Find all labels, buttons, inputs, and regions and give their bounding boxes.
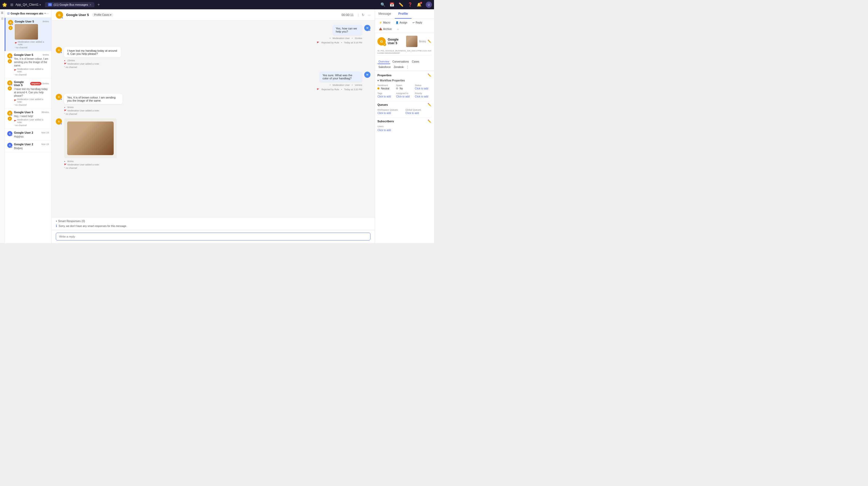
chat-user-name: Google User 5 — [66, 13, 89, 17]
subscribers-users-value[interactable]: Click to add — [377, 129, 431, 132]
queues-edit-icon[interactable]: ✏️ — [428, 103, 431, 107]
help-icon[interactable]: ❓ — [408, 2, 412, 7]
profile-nav-more-icon[interactable]: ⋮ — [406, 65, 409, 69]
online-indicator — [11, 146, 12, 148]
reply-input[interactable] — [56, 233, 370, 240]
profile-section: G V Google User 5 8mins ✏️ ID: PID_GOOGL… — [375, 33, 434, 58]
subscribers-edit-icon[interactable]: ✏️ — [428, 119, 431, 123]
tab-profile[interactable]: Profile — [395, 9, 411, 19]
status-dot: ● — [64, 59, 65, 62]
topbar-right: 🔍 📅 ✏️ ❓ 🔔 2 U — [380, 2, 432, 8]
sidenav-menu-icon[interactable]: ☰ — [1, 11, 3, 14]
tab-close-icon[interactable]: × — [90, 3, 91, 6]
spam-prop: Spam No — [396, 84, 412, 90]
conv-image — [15, 24, 38, 39]
chat-panel: G Google User 5 Profile Cases ▾ 00:00:11… — [52, 9, 375, 243]
thumb-image — [406, 36, 417, 47]
conv-time: Nov 19 — [41, 131, 49, 134]
macro-button[interactable]: ⚡ Macro — [377, 21, 392, 25]
list-item[interactable]: G V Google User 5 36mins Hey, I need hel… — [5, 109, 52, 129]
online-indicator — [11, 24, 13, 25]
profile-nav-zendesk[interactable]: Zendesk — [393, 65, 405, 69]
workspace-queue-value[interactable]: Click to add — [377, 112, 404, 115]
global-queue-value[interactable]: Click to add — [406, 112, 432, 115]
profile-nav-overview[interactable]: Overview — [377, 60, 390, 64]
assigned-value[interactable]: Click to add — [396, 95, 412, 98]
tab-message[interactable]: Message — [375, 9, 395, 19]
search-icon[interactable]: 🔍 — [380, 2, 385, 7]
chat-status-badge[interactable]: Profile Cases ▾ — [92, 13, 114, 17]
reply-button[interactable]: ↩ Reply — [411, 21, 424, 25]
right-content: Properties ✏️ ▾ Workflow Properties Sent… — [375, 71, 434, 243]
right-panel-tabs: Message Profile — [375, 9, 434, 19]
grid-icon[interactable]: ⊞ — [10, 3, 13, 7]
conv-note2: " no channel — [14, 104, 49, 106]
smart-responses-toggle[interactable]: ▾ Smart Responses (0) — [56, 220, 370, 223]
notification-bell[interactable]: 🔔 2 — [417, 2, 422, 7]
conv-time: 23mins — [41, 82, 49, 85]
workflow-title[interactable]: ▾ Workflow Properties — [377, 79, 431, 82]
more-actions-button[interactable]: ··· — [395, 27, 400, 31]
message-row: Yes sure. What was the color of your han… — [56, 72, 370, 91]
conv-preview: Yes, it is of brown colour. I am sending… — [14, 57, 49, 67]
app-name[interactable]: App_QA_Client1 ▾ — [16, 3, 41, 6]
tags-value[interactable]: Click to add — [377, 95, 394, 98]
profile-nav-salesforce[interactable]: Salesforce — [377, 65, 392, 69]
info-icon: ℹ — [56, 224, 57, 228]
message-bubble: I have lost my handbag today at around 4… — [64, 47, 121, 57]
properties-edit-icon[interactable]: ✏️ — [428, 74, 431, 77]
conv-panel-more-button[interactable]: ··· — [46, 11, 49, 16]
profile-nav-conversations[interactable]: Conversations — [392, 60, 410, 64]
conv-user-name: Google User 5 — [14, 111, 33, 114]
checkbox-icon[interactable]: ☑ — [7, 12, 9, 15]
profile-user-row: G V Google User 5 8mins ✏️ — [377, 36, 431, 47]
user-avatar[interactable]: U — [426, 2, 432, 8]
quote-icon: " — [64, 66, 65, 68]
list-item[interactable]: G Google User 2 Nov 19 Bbdjeej — [5, 141, 52, 152]
queues-section: Queues ✏️ Workspace Queues Click to add … — [377, 103, 431, 115]
more-actions-icon[interactable]: ··· — [368, 13, 370, 17]
online-indicator — [11, 135, 12, 136]
status-value[interactable]: Click to add — [415, 87, 431, 90]
archive-button[interactable]: 📥 Archive — [377, 27, 393, 31]
list-item[interactable]: G V Google User 5 Negative 23mins I have… — [5, 78, 52, 109]
user-avatar: G — [56, 118, 62, 124]
note-icon: 🚩 — [15, 42, 17, 45]
assign-button[interactable]: 👤 Assign — [394, 21, 409, 25]
profile-nav-cases[interactable]: Cases — [411, 60, 420, 64]
reply-icon: ↩ — [412, 21, 414, 24]
quote-icon: " — [15, 47, 16, 49]
edit-profile-icon[interactable]: ✏️ — [428, 39, 431, 43]
note-icon: 🚩 — [14, 120, 17, 122]
list-item[interactable]: G Google User 2 Nov 19 Hsjsjhss — [5, 129, 52, 141]
tags-prop: Tags Click to add — [377, 92, 394, 98]
message-meta: • Moderation User • 14mins — [330, 84, 362, 86]
refresh-icon[interactable]: ↻ — [362, 13, 365, 17]
list-item[interactable]: G V Google User 5 8mins — [5, 18, 52, 51]
calendar-icon[interactable]: 📅 — [390, 2, 395, 7]
smart-responses-message: ℹ Sorry, we don't have any smart respons… — [56, 224, 370, 228]
flag-icon: 🚩 — [64, 110, 67, 112]
conv-user-name: Google User 2 — [14, 143, 33, 146]
active-tab[interactable]: G (11) Google Bus messages × — [45, 2, 94, 7]
sentiment-prop: Sentiment Neutral — [377, 84, 394, 90]
avatar: G — [7, 143, 12, 148]
conv-note: 🚩 Moderation User added a note: — [14, 98, 49, 103]
online-indicator — [11, 57, 12, 58]
edit-icon[interactable]: ✏️ — [399, 2, 404, 7]
workflow-props-grid: Sentiment Neutral Spam No — [377, 84, 431, 90]
profile-thumb — [406, 36, 417, 47]
spam-value: No — [396, 87, 412, 90]
sidenav-checkbox[interactable]: ☑ — [1, 17, 3, 20]
chevron-down-icon[interactable]: ▾ — [44, 12, 46, 15]
list-item[interactable]: G V Google User 5 9mins Yes, it is of br… — [5, 51, 52, 78]
message-note: 🚩 Moderation User added a note: — [64, 62, 152, 65]
message-note2: " no channel — [64, 113, 154, 115]
tab-label: (11) Google Bus messages — [54, 3, 88, 6]
smart-responses-label: Smart Responses (0) — [58, 220, 85, 223]
add-tab-button[interactable]: + — [97, 2, 100, 7]
queues-section-title: Queues ✏️ — [377, 103, 431, 107]
conv-preview: Hey, I need help! — [14, 115, 49, 118]
priority-value[interactable]: Click to add — [415, 95, 431, 98]
handbag-image — [67, 121, 114, 155]
